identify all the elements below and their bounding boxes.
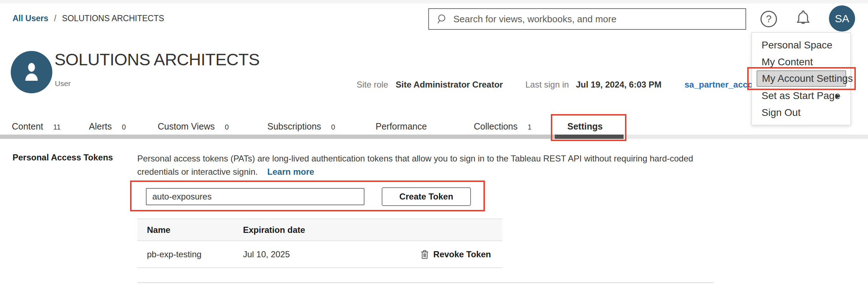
menu-item-set-as-start-page[interactable]: Set as Start Page ▶ <box>752 87 850 104</box>
revoke-token-label: Revoke Token <box>433 249 491 259</box>
tab-label: Content <box>12 121 43 132</box>
active-tab-underline <box>555 135 624 139</box>
tab-collections[interactable]: Collections1 <box>474 121 531 132</box>
section-divider <box>137 282 714 283</box>
tab-count: 11 <box>53 123 61 131</box>
search-icon <box>436 13 448 25</box>
menu-item-my-account-settings[interactable]: My Account Settings <box>752 70 850 87</box>
site-role-label: Site role <box>357 80 388 90</box>
tab-count: 0 <box>225 123 229 131</box>
menu-item-my-content[interactable]: My Content <box>752 53 850 70</box>
profile-avatar <box>11 51 52 93</box>
token-name-input[interactable] <box>146 188 364 205</box>
submenu-arrow-icon: ▶ <box>836 88 840 104</box>
last-sign-in-value: Jul 19, 2024, 6:03 PM <box>576 80 662 90</box>
breadcrumb-separator: / <box>54 14 56 23</box>
help-icon[interactable]: ? <box>760 11 777 27</box>
avatar-initials: SA <box>835 13 849 25</box>
token-table-header: Name Expiration date <box>137 219 502 241</box>
tab-label: Custom Views <box>158 121 215 132</box>
set-as-start-page-label: Set as Start Page <box>762 90 840 101</box>
column-header-name: Name <box>137 225 243 235</box>
tab-custom-views[interactable]: Custom Views0 <box>158 121 229 132</box>
user-avatar-menu-button[interactable]: SA <box>829 5 855 32</box>
breadcrumb-all-users-link[interactable]: All Users <box>13 14 48 23</box>
tab-alerts[interactable]: Alerts0 <box>89 121 126 132</box>
tab-settings-active[interactable]: Settings <box>567 121 603 132</box>
tableau-user-settings-page: All Users / SOLUTIONS ARCHITECTS ? SA SO… <box>0 0 868 305</box>
page-title: SOLUTIONS ARCHITECTS <box>54 50 259 69</box>
tab-count: 1 <box>528 123 531 131</box>
last-sign-in-label: Last sign in <box>525 80 569 90</box>
notifications-bell-icon[interactable] <box>794 9 812 30</box>
create-token-button[interactable]: Create Token <box>382 187 471 206</box>
tab-label: Performance <box>376 121 427 132</box>
pat-description-text: Personal access tokens (PATs) are long-l… <box>137 154 693 177</box>
token-expiration-cell: Jul 10, 2025 <box>243 249 290 259</box>
menu-item-personal-space[interactable]: Personal Space <box>752 37 850 53</box>
token-table: Name Expiration date pb-exp-testing Jul … <box>137 219 502 268</box>
window-top-strip <box>0 0 868 4</box>
breadcrumb: All Users / SOLUTIONS ARCHITECTS <box>13 14 164 23</box>
global-search[interactable] <box>428 8 746 30</box>
my-account-settings-highlight[interactable]: My Account Settings <box>757 70 846 87</box>
menu-item-sign-out[interactable]: Sign Out <box>752 104 850 121</box>
breadcrumb-current-user: SOLUTIONS ARCHITECTS <box>62 14 164 23</box>
account-dropdown-menu: Personal Space My Content My Account Set… <box>752 32 851 125</box>
tab-label: Collections <box>474 121 518 132</box>
tab-count: 0 <box>122 123 126 131</box>
column-header-expiration: Expiration date <box>243 225 305 235</box>
tab-label: Alerts <box>89 121 112 132</box>
learn-more-link[interactable]: Learn more <box>267 167 314 177</box>
tab-strip <box>624 135 868 139</box>
tab-count: 0 <box>331 123 335 131</box>
search-input[interactable] <box>453 14 745 25</box>
tab-performance[interactable]: Performance <box>376 121 427 132</box>
tab-label: Subscriptions <box>267 121 321 132</box>
person-icon <box>20 60 43 85</box>
tab-strip <box>0 135 555 139</box>
site-role-value: Site Administrator Creator <box>396 80 503 90</box>
token-name-cell: pb-exp-testing <box>137 249 243 259</box>
personal-access-tokens-label: Personal Access Tokens <box>13 152 113 163</box>
username-link[interactable]: sa_partner_accou <box>685 80 758 90</box>
revoke-token-button[interactable]: Revoke Token <box>420 249 502 259</box>
help-glyph: ? <box>766 13 772 25</box>
tab-content[interactable]: Content11 <box>12 121 61 132</box>
table-row: pb-exp-testing Jul 10, 2025 Revoke Token <box>137 241 502 268</box>
user-type-label: User <box>55 79 71 88</box>
trash-icon <box>420 249 429 259</box>
pat-description: Personal access tokens (PATs) are long-l… <box>137 152 723 178</box>
tab-subscriptions[interactable]: Subscriptions0 <box>267 121 335 132</box>
